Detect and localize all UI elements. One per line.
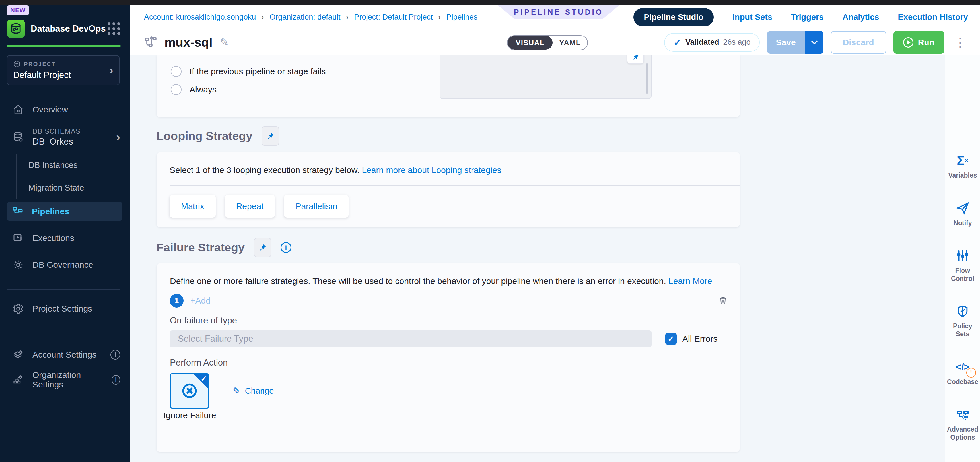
sidebar-item-label: Project Settings bbox=[32, 304, 92, 313]
perform-action-label: Perform Action bbox=[170, 357, 228, 368]
looping-strategy-card: Select 1 of the 3 looping execution stra… bbox=[156, 152, 740, 227]
pipeline-name: mux-sql bbox=[164, 35, 213, 49]
section-title: Looping Strategy bbox=[156, 129, 252, 143]
app-screen: NEW Database DevOps PROJECT bbox=[0, 0, 980, 462]
conditional-execution-card: If the previous pipeline or stage fails … bbox=[156, 55, 740, 117]
all-errors-checkbox[interactable]: ✓ bbox=[665, 333, 677, 345]
db-schemas-label: DB SCHEMAS bbox=[32, 127, 81, 135]
toggle-visual[interactable]: VISUAL bbox=[508, 36, 553, 49]
sidebar-item-label: DB Instances bbox=[29, 160, 77, 170]
rail-label: Variables bbox=[948, 171, 977, 179]
database-devops-logo-icon[interactable] bbox=[7, 20, 25, 38]
toggle-yaml[interactable]: YAML bbox=[553, 36, 587, 49]
shield-check-icon bbox=[956, 304, 969, 318]
info-icon[interactable]: i bbox=[111, 375, 120, 385]
sidebar-item-db-schemas[interactable]: DB SCHEMAS DB_Orkes › bbox=[0, 123, 130, 151]
org-chart-gear-icon bbox=[12, 374, 24, 386]
save-button[interactable]: Save bbox=[767, 31, 805, 54]
app-title: Database DevOps bbox=[31, 24, 106, 34]
project-selector[interactable]: PROJECT Default Project › bbox=[7, 55, 119, 85]
looping-learn-more-link[interactable]: Learn more about Looping strategies bbox=[362, 165, 501, 175]
chevron-down-icon bbox=[811, 38, 818, 44]
breadcrumb-organization[interactable]: Organization: default bbox=[269, 13, 340, 22]
failure-strategy-header: Failure Strategy i bbox=[156, 238, 291, 257]
left-sidebar: NEW Database DevOps PROJECT bbox=[0, 5, 130, 462]
variables-sigma-icon: Σ× bbox=[957, 153, 969, 168]
tab-input-sets[interactable]: Input Sets bbox=[732, 13, 772, 22]
run-label: Run bbox=[918, 38, 934, 47]
edit-pipeline-name-icon[interactable]: ✎ bbox=[220, 36, 229, 49]
breadcrumb-account[interactable]: Account: kurosakiichigo.songoku bbox=[144, 13, 256, 22]
failure-description-text: Define one or more failure strategies. T… bbox=[170, 276, 668, 286]
sidebar-item-project-settings[interactable]: Project Settings bbox=[0, 299, 130, 318]
tab-execution-history[interactable]: Execution History bbox=[898, 13, 968, 22]
sliders-icon bbox=[956, 249, 969, 263]
failure-strategy-card: Define one or more failure strategies. T… bbox=[156, 263, 740, 452]
sidebar-item-organization-settings[interactable]: Organization Settings i bbox=[0, 370, 130, 389]
selected-check-icon: ✓ bbox=[200, 375, 207, 383]
top-nav-tabs: Pipeline Studio Input Sets Triggers Anal… bbox=[633, 8, 968, 27]
info-icon[interactable]: i bbox=[280, 242, 291, 253]
strategy-index-badge[interactable]: 1 bbox=[170, 294, 183, 308]
rail-item-policy-sets[interactable]: Policy Sets bbox=[945, 304, 980, 338]
breadcrumb-current[interactable]: Pipelines bbox=[447, 13, 478, 22]
rail-item-advanced-options[interactable]: Advanced Options bbox=[945, 407, 980, 441]
all-errors-label: All Errors bbox=[682, 334, 718, 344]
more-options-kebab-icon[interactable]: ⋮ bbox=[951, 35, 969, 49]
parallelism-button[interactable]: Parallelism bbox=[284, 195, 348, 218]
rail-item-flow-control[interactable]: Flow Control bbox=[945, 249, 980, 283]
repeat-button[interactable]: Repeat bbox=[225, 195, 275, 218]
rail-item-variables[interactable]: Σ× Variables bbox=[945, 153, 980, 179]
pin-button[interactable] bbox=[254, 238, 272, 257]
warning-icon: ! bbox=[966, 368, 976, 378]
pencil-icon: ✎ bbox=[233, 386, 240, 396]
rail-label: Notify bbox=[953, 219, 972, 227]
failure-strategy-row: 1 +Add bbox=[170, 294, 728, 308]
sidebar-item-db-instances[interactable]: DB Instances bbox=[16, 154, 130, 176]
sidebar-item-db-governance[interactable]: DB Governance bbox=[0, 256, 130, 274]
chevron-right-icon: › bbox=[109, 64, 113, 76]
tab-analytics[interactable]: Analytics bbox=[842, 13, 879, 22]
breadcrumb-project[interactable]: Project: Default Project bbox=[354, 13, 433, 22]
sidebar-item-pipelines[interactable]: Pipelines bbox=[7, 202, 123, 221]
scrollbar[interactable] bbox=[646, 63, 648, 94]
failure-learn-more-link[interactable]: Learn More bbox=[668, 276, 712, 286]
pipeline-studio-badge: PIPELINE STUDIO bbox=[497, 5, 620, 19]
delete-strategy-icon[interactable] bbox=[718, 296, 728, 306]
pipelines-icon bbox=[11, 206, 24, 217]
sidebar-item-overview[interactable]: Overview bbox=[0, 100, 130, 119]
info-icon[interactable]: i bbox=[110, 350, 120, 360]
sidebar-item-migration-state[interactable]: Migration State bbox=[16, 176, 130, 199]
validated-label: Validated bbox=[686, 38, 719, 47]
looping-description-text: Select 1 of the 3 looping execution stra… bbox=[170, 165, 362, 175]
rail-label: Policy Sets bbox=[945, 322, 980, 338]
validated-status-badge[interactable]: ✓ Validated 26s ago bbox=[664, 33, 759, 52]
discard-button[interactable]: Discard bbox=[831, 31, 886, 54]
sidebar-item-account-settings[interactable]: Account Settings i bbox=[0, 345, 130, 364]
rail-item-codebase[interactable]: </>! Codebase bbox=[945, 360, 980, 386]
ignore-failure-action-card[interactable]: ✓ bbox=[170, 373, 209, 409]
add-strategy-link[interactable]: +Add bbox=[190, 296, 210, 306]
pin-button[interactable] bbox=[627, 55, 644, 64]
app-grid-icon[interactable] bbox=[108, 22, 120, 35]
config-canvas: If the previous pipeline or stage fails … bbox=[156, 55, 740, 462]
rail-item-notify[interactable]: Notify bbox=[945, 201, 980, 227]
pipeline-graph-icon bbox=[144, 36, 158, 49]
sidebar-item-executions[interactable]: Executions bbox=[0, 229, 130, 248]
save-dropdown-button[interactable] bbox=[805, 31, 824, 54]
gear-icon bbox=[12, 303, 24, 314]
radio-button[interactable] bbox=[171, 84, 181, 95]
tab-pipeline-studio[interactable]: Pipeline Studio bbox=[633, 8, 713, 27]
pin-button[interactable] bbox=[261, 126, 279, 146]
validated-time: 26s ago bbox=[723, 38, 751, 47]
radio-button[interactable] bbox=[171, 66, 181, 77]
tab-triggers[interactable]: Triggers bbox=[791, 13, 824, 22]
change-action-link[interactable]: ✎ Change bbox=[233, 386, 274, 396]
run-button[interactable]: Run bbox=[894, 31, 944, 54]
main-area: Account: kurosakiichigo.songoku › Organi… bbox=[130, 5, 980, 462]
send-icon bbox=[956, 201, 969, 215]
matrix-button[interactable]: Matrix bbox=[170, 195, 216, 218]
vertical-divider bbox=[375, 55, 376, 108]
failure-type-input[interactable] bbox=[170, 330, 652, 347]
failure-description: Define one or more failure strategies. T… bbox=[170, 276, 712, 286]
